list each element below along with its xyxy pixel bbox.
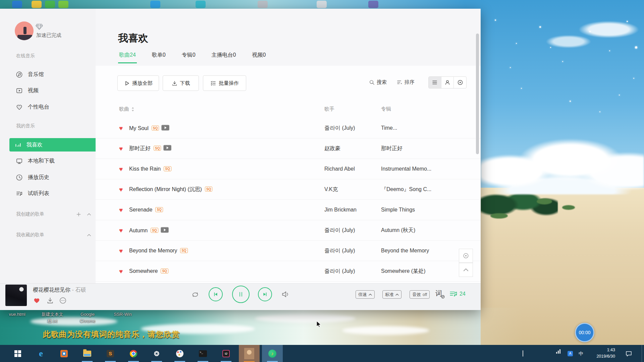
- download-button[interactable]: 下载: [163, 75, 199, 91]
- desktop-shortcut-icon[interactable]: [32, 1, 42, 8]
- locate-current-song-button[interactable]: [459, 249, 473, 263]
- tray-ime-icon[interactable]: 中: [579, 350, 583, 357]
- artist-cell[interactable]: 줄라이 (July): [324, 268, 355, 275]
- table-row[interactable]: ♥Reflection (Mirror Night) (沉思)SQV.K克『De…: [96, 179, 481, 200]
- add-playlist-icon[interactable]: [76, 212, 81, 217]
- song-title[interactable]: My SoulSQ: [129, 125, 169, 131]
- audio-quality-badge[interactable]: 标准: [382, 290, 401, 299]
- song-title[interactable]: 那时正好SQ: [129, 145, 171, 152]
- user-avatar[interactable]: [15, 21, 34, 40]
- tray-blue-square-icon[interactable]: A: [568, 351, 573, 356]
- song-column-header[interactable]: 歌曲: [119, 106, 129, 112]
- sidebar-item-audition-list[interactable]: 试听列表: [0, 187, 96, 200]
- collapse-chevron-icon[interactable]: [87, 233, 92, 238]
- desktop-shortcut-icon[interactable]: [258, 1, 268, 8]
- play-queue-button[interactable]: 24: [449, 290, 466, 298]
- table-row[interactable]: ♥那时正好SQ赵政豪那时正好: [96, 138, 481, 159]
- desktop-shortcut-icon[interactable]: [12, 1, 22, 8]
- more-options-button[interactable]: [59, 297, 66, 304]
- now-playing-title[interactable]: 樱花樱花想见你 - 石硕: [33, 287, 86, 294]
- favorite-heart-icon[interactable]: ♥: [119, 268, 123, 275]
- back-to-top-button[interactable]: [459, 263, 473, 277]
- desktop-shortcut-label[interactable]: Google Chrome: [71, 311, 104, 324]
- mv-badge[interactable]: [163, 145, 171, 151]
- artist-cell[interactable]: 줄라이 (July): [324, 227, 355, 234]
- artist-cell[interactable]: 줄라이 (July): [324, 125, 355, 132]
- song-title[interactable]: SomewhereSQ: [129, 268, 168, 274]
- album-cell[interactable]: Instrumental Memo...: [381, 166, 431, 172]
- artist-view-button[interactable]: [441, 77, 454, 88]
- tray-keyboard-icon[interactable]: [523, 351, 523, 357]
- desktop-shortcut-label[interactable]: 新建文本文 档.txt: [36, 311, 69, 324]
- album-cell[interactable]: Somewhere (某处): [381, 268, 425, 275]
- play-all-button[interactable]: 播放全部: [117, 75, 159, 91]
- table-row[interactable]: ♥Beyond the MemorySQ줄라이 (July)Beyond the…: [96, 241, 481, 261]
- table-row[interactable]: ♥Kiss the RainSQRichard AbelInstrumental…: [96, 159, 481, 179]
- list-search-button[interactable]: 搜索: [369, 79, 387, 85]
- mv-badge[interactable]: [161, 227, 169, 233]
- next-track-button[interactable]: [258, 287, 272, 301]
- sidebar-item-video[interactable]: 视频: [0, 84, 96, 98]
- favorite-heart-icon[interactable]: ♥: [119, 186, 123, 193]
- pause-button[interactable]: [232, 286, 250, 303]
- sidebar-item-local-and-download[interactable]: 本地和下载: [0, 155, 96, 168]
- song-title[interactable]: Beyond the MemorySQ: [129, 248, 188, 254]
- artist-cell[interactable]: Richard Abel: [324, 166, 355, 172]
- desktop-shortcut-icon[interactable]: [58, 1, 68, 8]
- album-cell[interactable]: Autumn (秋天): [381, 227, 415, 234]
- favorite-heart-icon[interactable]: ♥: [119, 207, 123, 213]
- song-title[interactable]: Reflection (Mirror Night) (沉思)SQ: [129, 186, 212, 193]
- table-row[interactable]: ♥AutumnSQ줄라이 (July)Autumn (秋天): [96, 220, 481, 241]
- loop-mode-button[interactable]: [191, 290, 200, 299]
- taskbar-clock[interactable]: 1:432019/6/30: [589, 347, 615, 360]
- notification-center-icon[interactable]: [625, 350, 632, 357]
- table-row[interactable]: ♥My SoulSQ줄라이 (July)Time...: [96, 118, 481, 138]
- lyrics-button[interactable]: 词: [435, 289, 442, 298]
- favorite-heart-icon[interactable]: ♥: [119, 248, 123, 254]
- timer-badge[interactable]: 00:00: [575, 323, 594, 342]
- favorite-heart-button[interactable]: [33, 297, 40, 304]
- download-song-button[interactable]: [47, 297, 54, 304]
- desktop-shortcut-icon[interactable]: [196, 1, 206, 8]
- artist-cell[interactable]: V.K克: [324, 186, 338, 193]
- album-column-header[interactable]: 专辑: [381, 106, 391, 112]
- table-row[interactable]: ♥SerenadeSQJim BrickmanSimple Things: [96, 200, 481, 220]
- artist-cell[interactable]: Jim Brickman: [324, 207, 357, 213]
- favorite-heart-icon[interactable]: ♥: [119, 125, 123, 131]
- show-desktop-button[interactable]: [642, 345, 644, 362]
- tab-视频0[interactable]: 视频0: [252, 52, 266, 63]
- desktop-shortcut-icon[interactable]: [45, 1, 55, 8]
- sidebar-item-my-likes[interactable]: 我喜欢: [9, 138, 96, 152]
- artist-column-header[interactable]: 歌手: [324, 106, 334, 112]
- collapse-chevron-icon[interactable]: [87, 212, 92, 217]
- album-cell[interactable]: 那时正好: [381, 145, 402, 152]
- desktop-shortcut-icon[interactable]: [368, 1, 378, 8]
- favorite-heart-icon[interactable]: ♥: [119, 145, 123, 152]
- mv-badge[interactable]: [161, 125, 169, 131]
- playback-speed-badge[interactable]: 倍速: [356, 290, 375, 299]
- volume-button[interactable]: [281, 290, 290, 299]
- list-view-button[interactable]: [429, 77, 441, 88]
- sidebar-item-music-hall[interactable]: 音乐馆: [0, 68, 96, 81]
- sort-button[interactable]: 排序: [397, 79, 415, 85]
- tab-歌单0[interactable]: 歌单0: [152, 52, 166, 63]
- tab-主播电台0[interactable]: 主播电台0: [212, 52, 236, 63]
- sound-effect-badge[interactable]: 音效off: [410, 290, 430, 299]
- artist-cell[interactable]: 赵政豪: [324, 145, 340, 152]
- album-view-button[interactable]: [454, 77, 466, 88]
- batch-operate-button[interactable]: 批量操作: [203, 75, 246, 91]
- desktop-shortcut-label[interactable]: SSR-Win: [106, 311, 140, 318]
- sort-arrows-icon[interactable]: [131, 107, 135, 112]
- sidebar-item-play-history[interactable]: 播放历史: [0, 171, 96, 184]
- album-cell[interactable]: 『Deemo』Song C...: [381, 186, 431, 193]
- desktop-shortcut-icon[interactable]: [317, 1, 327, 8]
- album-cell[interactable]: Time...: [381, 125, 397, 131]
- now-playing-album-art[interactable]: [5, 285, 27, 306]
- previous-track-button[interactable]: [209, 287, 223, 301]
- tab-歌曲24[interactable]: 歌曲24: [119, 52, 136, 63]
- song-title[interactable]: AutumnSQ: [129, 227, 169, 234]
- desktop-shortcut-icon[interactable]: [150, 1, 160, 8]
- song-title[interactable]: Kiss the RainSQ: [129, 166, 171, 172]
- favorite-heart-icon[interactable]: ♥: [119, 166, 123, 172]
- desktop-shortcut-label[interactable]: vue.html: [0, 311, 34, 318]
